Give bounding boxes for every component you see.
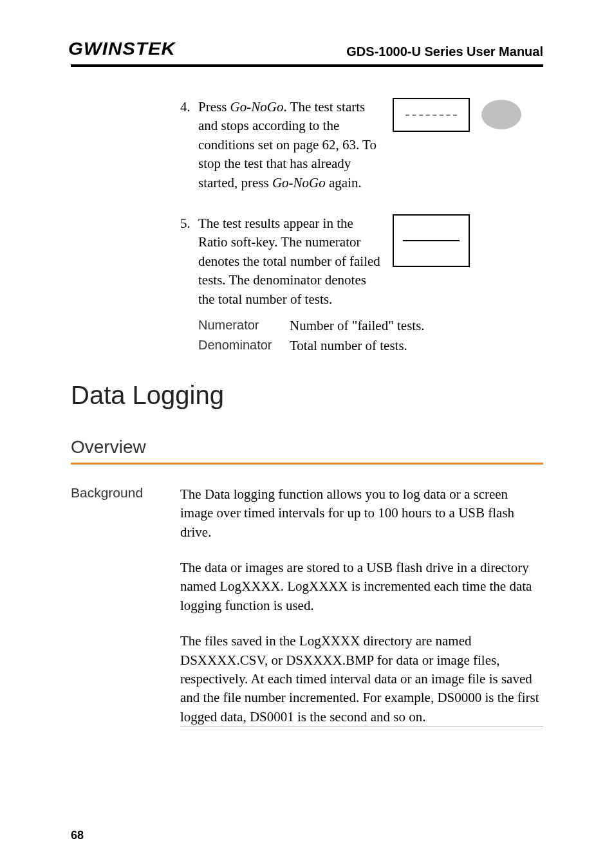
background-block: Background The Data logging function all…: [71, 485, 543, 727]
background-label: Background: [71, 485, 180, 727]
step-4-graphic: [393, 98, 543, 192]
brand-logo: GWINSTEK: [68, 39, 176, 59]
background-p2: The data or images are stored to a USB f…: [180, 559, 543, 615]
step-5-graphic: [393, 214, 543, 309]
thin-rule: [180, 726, 543, 727]
background-p1: The Data logging function allows you to …: [180, 485, 543, 542]
step-number: 5.: [180, 214, 198, 309]
orange-rule: [71, 463, 543, 465]
denominator-value: Total number of tests.: [290, 338, 407, 354]
numerator-label: Numerator: [198, 318, 290, 334]
denominator-row: Denominator Total number of tests.: [71, 338, 543, 354]
step-4: 4. Press Go-NoGo. The test starts and st…: [71, 98, 543, 192]
denominator-label: Denominator: [198, 338, 290, 354]
subsection-heading: Overview: [71, 437, 543, 457]
fraction-line-icon: [403, 240, 460, 241]
step-5: 5. The test results appear in the Ratio …: [71, 214, 543, 309]
step-5-text: The test results appear in the Ratio sof…: [198, 214, 385, 309]
page-number: 68: [71, 829, 84, 842]
manual-title: GDS-1000-U Series User Manual: [346, 44, 543, 59]
background-body: The Data logging function allows you to …: [180, 485, 543, 727]
page-header: GWINSTEK GDS-1000-U Series User Manual: [71, 39, 543, 63]
go-nogo-A: Go-NoGo: [230, 99, 284, 115]
header-rule: [71, 64, 543, 67]
section-heading: Data Logging: [71, 381, 543, 410]
numerator-value: Number of "failed" tests.: [290, 318, 425, 334]
ratio-box-icon: [393, 214, 470, 267]
button-oval-icon: [481, 100, 521, 129]
background-p3: The files saved in the LogXXXX directory…: [180, 632, 543, 726]
step-4-text: Press Go-NoGo. The test starts and stops…: [198, 98, 385, 192]
step-number: 4.: [180, 98, 198, 192]
go-nogo-B: Go-NoGo: [272, 175, 326, 190]
numerator-row: Numerator Number of "failed" tests.: [71, 318, 543, 334]
softkey-box-icon: [393, 98, 470, 132]
dashed-line-icon: [405, 115, 457, 116]
